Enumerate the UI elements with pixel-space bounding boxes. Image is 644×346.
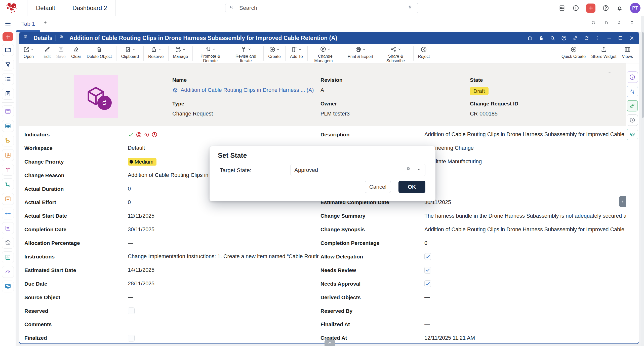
delete-object-icon [96, 46, 103, 53]
page-scrollbar[interactable] [641, 16, 644, 346]
search-input[interactable] [239, 5, 405, 12]
export-excel-icon[interactable] [558, 5, 566, 12]
sidebar-menu[interactable] [2, 18, 14, 29]
toolbar-separator [378, 46, 378, 61]
toolbar-promote-demote[interactable]: Promote & Demote [194, 44, 226, 63]
toolbar-save[interactable]: Save [53, 44, 68, 63]
lock-icon[interactable] [538, 35, 544, 41]
toolbar-clear[interactable]: Clear [68, 44, 84, 63]
refresh-icon[interactable] [584, 35, 589, 41]
sidebar-details-form[interactable] [2, 105, 14, 117]
checkbox-allow-delegation[interactable] [424, 253, 431, 260]
save-icon [58, 46, 64, 53]
quick-add-button[interactable] [586, 4, 595, 13]
change-request-thumbnail-icon [84, 84, 108, 109]
item-name-link[interactable]: Addition of Cable Routing Clips in Drone… [172, 87, 314, 94]
toolbar-add-to[interactable]: Add To [287, 44, 306, 63]
nav-dashboard-2[interactable]: Dashboard 2 [64, 0, 115, 16]
sidebar-gauge[interactable] [2, 266, 14, 278]
toolbar-share-widget[interactable]: Share Widget [588, 44, 619, 63]
toolbar-change-managem[interactable]: Change Managem... [309, 44, 341, 63]
sidebar-hierarchy[interactable] [2, 135, 14, 146]
expand-bottom-handle[interactable] [325, 339, 335, 346]
toolbar-manage[interactable]: Manage [170, 44, 191, 63]
dropdown-caret-icon[interactable] [417, 168, 422, 172]
toolbar-share-subscribe[interactable]: Share & Subscribe [380, 44, 412, 63]
home-icon[interactable] [527, 35, 533, 41]
sidebar-reports[interactable] [2, 88, 14, 100]
panel-lifecycle[interactable] [627, 86, 638, 97]
avatar[interactable]: PT [630, 3, 640, 13]
checkbox-reserved[interactable] [128, 307, 135, 314]
add-circle-icon[interactable] [572, 5, 579, 12]
sidebar-history[interactable] [2, 237, 14, 249]
fullscreen-icon[interactable] [630, 21, 636, 27]
field-label-actual-start-date: Actual Start Date [24, 213, 128, 219]
app-logo[interactable] [5, 2, 19, 14]
help-window-icon[interactable] [561, 35, 567, 41]
sidebar-merge[interactable] [2, 208, 14, 219]
panel-info[interactable] [627, 71, 638, 83]
sidebar-workflow[interactable] [2, 164, 14, 176]
reject-label: Reject [418, 54, 430, 59]
form-row-left-14: Reserved [24, 304, 319, 318]
close-icon[interactable] [629, 35, 635, 41]
field-label-completion-percentage: Completion Percentage [320, 240, 424, 246]
panel-links[interactable] [627, 100, 638, 111]
item-thumbnail[interactable] [74, 75, 118, 118]
toolbar-views[interactable]: Views [619, 44, 636, 63]
cancel-button[interactable]: Cancel [365, 181, 391, 193]
checkbox-needs-approval[interactable] [424, 280, 431, 287]
sidebar-filter[interactable] [2, 59, 14, 70]
sidebar-list[interactable] [2, 73, 14, 85]
assistant-icon[interactable] [591, 21, 598, 27]
help-icon[interactable] [602, 5, 609, 12]
notifications-icon[interactable] [616, 5, 623, 12]
toolbar-clipboard[interactable]: Clipboard [118, 44, 142, 63]
sidebar-preview[interactable] [2, 193, 14, 205]
form-row-left-16: Finalized [24, 331, 319, 344]
copy-layout-icon[interactable] [604, 21, 611, 27]
more-options-icon[interactable] [595, 35, 601, 41]
collapse-panel-handle[interactable] [619, 196, 626, 207]
toolbar-edit[interactable]: Edit [41, 44, 53, 63]
toolbar-separator [413, 46, 414, 61]
toolbar-reject[interactable]: Reject [415, 44, 433, 63]
panel-team[interactable] [627, 129, 638, 140]
target-state-select[interactable]: Approved [291, 164, 425, 176]
sidebar-analytics[interactable] [2, 251, 14, 263]
sidebar-table[interactable] [2, 120, 14, 132]
share-subscribe-label: Share & Subscribe [383, 54, 409, 63]
toolbar-print-export[interactable]: Print & Export [345, 44, 376, 63]
minimize-icon[interactable] [606, 35, 612, 41]
sidebar-kanban[interactable] [2, 149, 14, 161]
sidebar-windows[interactable] [2, 44, 14, 56]
global-search[interactable] [225, 3, 418, 13]
clear-selection-icon[interactable] [406, 167, 413, 173]
ok-button[interactable]: OK [398, 181, 425, 193]
add-tab-button[interactable] [43, 20, 50, 27]
checkbox-finalized[interactable] [128, 335, 135, 341]
sidebar-create-button[interactable] [3, 32, 13, 41]
link-icon[interactable] [572, 35, 578, 41]
sidebar-remote-monitor[interactable] [2, 281, 14, 292]
window-titlebar[interactable]: Details Addition of Cable Routing Clips … [19, 32, 639, 44]
toolbar-quick-create[interactable]: Quick Create [559, 44, 588, 63]
search-window-icon[interactable] [550, 35, 555, 41]
toolbar-delete-object[interactable]: Delete Object [84, 44, 114, 63]
tab-1[interactable]: Tab 1 [16, 16, 40, 32]
toolbar-create[interactable]: Create [265, 44, 284, 63]
panel-history[interactable] [627, 114, 638, 126]
toolbar-revise-and-iterate[interactable]: Revise and Iterate [230, 44, 262, 63]
form-row-right-8: Change Synopsis Addition of Cable Routin… [320, 223, 626, 236]
toolbar-reserve[interactable]: Reserve [145, 44, 166, 63]
scrollbar-thumb[interactable] [642, 32, 644, 118]
maximize-icon[interactable] [618, 35, 623, 41]
checkbox-needs-review[interactable] [424, 267, 431, 274]
sidebar-network[interactable] [2, 178, 14, 190]
search-filter-icon[interactable] [408, 5, 414, 11]
refresh-dashboard-icon[interactable] [617, 21, 624, 27]
nav-default[interactable]: Default [27, 0, 64, 16]
toolbar-open[interactable]: Open [20, 44, 37, 63]
sidebar-notes-panel[interactable] [2, 222, 14, 234]
